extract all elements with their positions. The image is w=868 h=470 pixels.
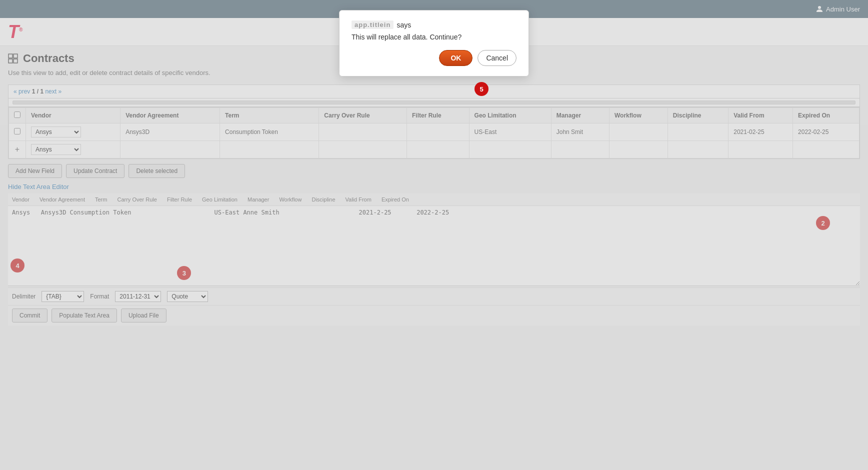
modal-title-row: app.titlein says bbox=[352, 20, 516, 29]
modal-backdrop: app.titlein says This will replace all d… bbox=[0, 0, 868, 470]
modal-site-name: app.titlein bbox=[352, 20, 394, 29]
cancel-button[interactable]: Cancel bbox=[478, 50, 516, 66]
ok-button[interactable]: OK bbox=[439, 50, 472, 66]
annotation-5: 5 bbox=[474, 82, 488, 96]
modal-message: This will replace all data. Continue? bbox=[352, 33, 516, 41]
modal-says: says bbox=[396, 21, 411, 29]
modal-dialog: app.titlein says This will replace all d… bbox=[339, 10, 529, 76]
modal-buttons: OK Cancel bbox=[352, 50, 516, 66]
